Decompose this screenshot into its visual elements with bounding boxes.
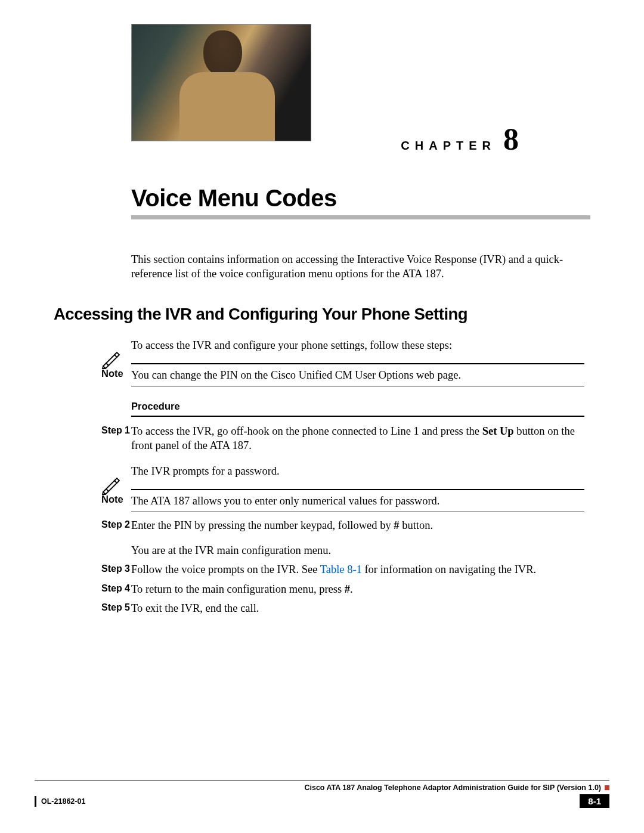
page: CHAPTER 8 Voice Menu Codes This section … <box>0 0 644 833</box>
note-label: Note <box>101 494 131 505</box>
footer-rule <box>35 781 609 781</box>
footer-doc-title: Cisco ATA 187 Analog Telephone Adaptor A… <box>304 784 601 792</box>
chapter-number: 8 <box>503 124 519 155</box>
pencil-icon <box>101 475 122 491</box>
step-row-5: Step 5 To exit the IVR, end the call. <box>101 601 584 615</box>
step2-post: button. <box>400 519 434 531</box>
step-row-2: Step 2 Enter the PIN by pressing the num… <box>101 518 584 532</box>
chapter-label-block: CHAPTER 8 <box>401 124 519 155</box>
note-text-2: The ATA 187 allows you to enter only num… <box>131 494 584 508</box>
footer-bar-icon <box>35 796 36 807</box>
chapter-title-rule <box>131 215 590 219</box>
note-block-1: Note You can change the PIN on the Cisco… <box>101 363 584 386</box>
step2-pre: Enter the PIN by pressing the number key… <box>131 519 394 531</box>
step3-post: for information on navigating the IVR. <box>362 563 536 575</box>
step-text-5: To exit the IVR, end the call. <box>131 601 584 615</box>
footer-square-icon <box>605 785 609 790</box>
step-row-4: Step 4 To return to the main configurati… <box>101 582 584 596</box>
step-text-1: To access the IVR, go off-hook on the ph… <box>131 424 584 453</box>
footer-ol: OL-21862-01 <box>41 797 85 806</box>
procedure-label: Procedure <box>131 401 590 412</box>
step4-bold: # <box>345 583 350 595</box>
svg-line-0 <box>106 363 109 366</box>
footer-left: OL-21862-01 <box>35 796 85 807</box>
step1-bold: Set Up <box>482 425 514 437</box>
pencil-icon <box>101 349 122 366</box>
step-label-3: Step 3 <box>101 562 131 574</box>
step3-link[interactable]: Table 8-1 <box>320 563 362 575</box>
svg-line-1 <box>106 489 109 491</box>
step-text-4: To return to the main configuration menu… <box>131 582 584 596</box>
footer-page-number: 8-1 <box>580 794 609 808</box>
note-rule-bottom <box>131 512 584 512</box>
step-row-3: Step 3 Follow the voice prompts on the I… <box>101 562 584 577</box>
step-text-2: Enter the PIN by pressing the number key… <box>131 518 584 532</box>
step4-pre: To return to the main configuration menu… <box>131 583 345 595</box>
step1-extra: The IVR prompts for a password. <box>131 464 584 478</box>
step2-bold: # <box>394 519 399 531</box>
note-text-1: You can change the PIN on the Cisco Unif… <box>131 368 584 382</box>
chapter-word: CHAPTER <box>401 139 496 153</box>
step-text-3: Follow the voice prompts on the IVR. See… <box>131 562 584 577</box>
step4-post: . <box>350 583 353 595</box>
chapter-header: CHAPTER 8 <box>54 24 590 161</box>
step-label-5: Step 5 <box>101 601 131 613</box>
step-label-2: Step 2 <box>101 518 131 530</box>
footer-title-row: Cisco ATA 187 Analog Telephone Adaptor A… <box>35 784 609 792</box>
procedure-rule <box>131 416 584 417</box>
note-rule-bottom <box>131 386 584 386</box>
section-lead: To access the IVR and configure your pho… <box>131 338 584 352</box>
note-label: Note <box>101 368 131 379</box>
step1-pre: To access the IVR, go off-hook on the ph… <box>131 425 482 437</box>
page-footer: Cisco ATA 187 Analog Telephone Adaptor A… <box>35 781 609 808</box>
chapter-title: Voice Menu Codes <box>131 185 590 212</box>
intro-paragraph: This section contains information on acc… <box>131 252 584 281</box>
footer-bottom: OL-21862-01 8-1 <box>35 794 609 808</box>
step-label-4: Step 4 <box>101 582 131 594</box>
step-row-1: Step 1 To access the IVR, go off-hook on… <box>101 424 584 453</box>
step3-pre: Follow the voice prompts on the IVR. See <box>131 563 320 575</box>
step2-extra: You are at the IVR main configuration me… <box>131 543 584 558</box>
chapter-header-image <box>131 24 311 141</box>
step-label-1: Step 1 <box>101 424 131 436</box>
section-heading: Accessing the IVR and Configuring Your P… <box>54 305 590 324</box>
note-block-2: Note The ATA 187 allows you to enter onl… <box>101 489 584 512</box>
